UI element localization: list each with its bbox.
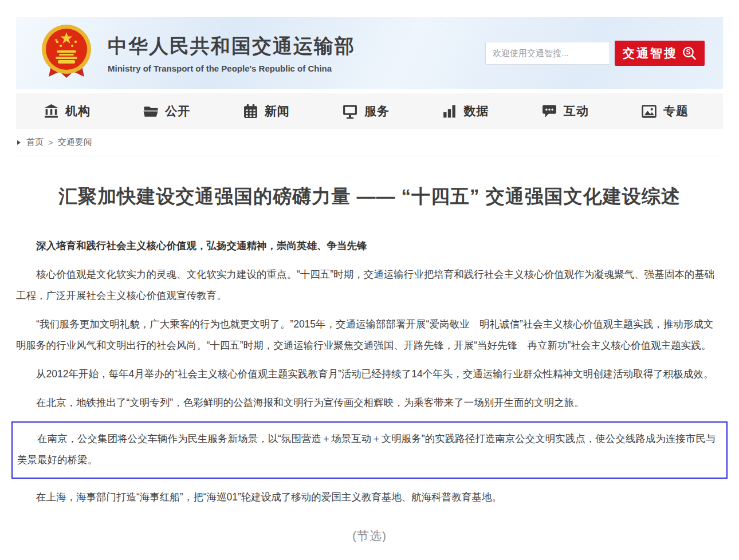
nav-label: 专题 [663,103,689,119]
breadcrumb: 首页 > 交通要闻 [16,129,723,156]
excerpt-note: (节选) [16,525,723,546]
nav-item-interaction[interactable]: 互动 [541,103,589,119]
folder-icon [143,104,159,119]
breadcrumb-arrow-icon [17,140,21,145]
national-emblem-logo [40,24,93,82]
search-input[interactable] [485,42,610,65]
site-title-english: Ministry of Transport of the People's Re… [108,64,355,73]
search-icon: S [682,46,697,61]
article-paragraph-highlighted: 在南京，公交集团将公交车辆作为民生服务新场景，以“氛围营造＋场景互动＋文明服务”… [17,428,722,471]
site-titles: 中华人民共和国交通运输部 Ministry of Transport of th… [108,33,355,73]
search-area: 交通智搜 S [485,41,705,66]
highlighted-paragraph-box: 在南京，公交集团将公交车辆作为民生服务新场景，以“氛围营造＋场景互动＋文明服务”… [11,421,728,479]
article-paragraph: 在上海，海事部门打造“海事红船”，把“海巡01”轮建设成了移动的爱国主义教育基地… [16,487,723,508]
article-title: 汇聚加快建设交通强国的磅礴力量 —— “十四五” 交通强国文化建设综述 [16,184,723,209]
nav-item-disclosure[interactable]: 公开 [143,103,190,119]
bar-chart-icon [442,104,457,119]
site-title-chinese: 中华人民共和国交通运输部 [108,33,355,60]
nav-label: 新闻 [265,103,290,119]
svg-text:S: S [686,48,690,56]
breadcrumb-separator: > [48,137,53,147]
nav-item-services[interactable]: 服务 [342,103,390,119]
breadcrumb-home-link[interactable]: 首页 [26,137,44,148]
bank-icon [44,104,59,119]
nav-label: 机构 [65,103,91,119]
nav-item-orgs[interactable]: 机构 [44,103,91,119]
page: 中华人民共和国交通运输部 Ministry of Transport of th… [0,17,739,546]
article-body: 深入培育和践行社会主义核心价值观，弘扬交通精神，崇尚英雄、争当先锋 核心价值观是… [16,235,723,546]
nav-label: 互动 [564,103,589,119]
article-paragraph: 核心价值观是文化软实力的灵魂、文化软实力建设的重点。“十四五”时期，交通运输行业… [16,264,723,306]
site-header: 中华人民共和国交通运输部 Ministry of Transport of th… [16,17,723,89]
main-navigation: 机构 公开 [16,93,723,129]
nav-label: 服务 [364,103,390,119]
article-lead-paragraph: 深入培育和践行社会主义核心价值观，弘扬交通精神，崇尚英雄、争当先锋 [16,235,723,257]
article: 汇聚加快建设交通强国的磅礴力量 —— “十四五” 交通强国文化建设综述 深入培育… [16,156,723,546]
nav-label: 公开 [165,103,190,119]
nav-item-topics[interactable]: 专题 [641,103,689,119]
monitor-icon [342,104,358,119]
calendar-icon [243,104,258,119]
smart-search-button[interactable]: 交通智搜 S [615,41,705,66]
nav-item-data[interactable]: 数据 [442,103,489,119]
article-paragraph: 在北京，地铁推出了“文明专列”，色彩鲜明的公益海报和文明行为宣传画交相辉映，为乘… [16,392,723,413]
article-paragraph: “我们服务更加文明礼貌，广大乘客的行为也就更文明了。”2015年，交通运输部部署… [16,314,723,356]
picture-icon [641,104,657,119]
search-button-label: 交通智搜 [623,45,678,61]
breadcrumb-current: 交通要闻 [58,137,92,148]
article-paragraph: 从2012年开始，每年4月举办的“社会主义核心价值观主题实践教育月”活动已经持续… [16,364,723,385]
nav-label: 数据 [463,103,489,119]
nav-item-news[interactable]: 新闻 [243,103,290,119]
speech-bubble-icon [541,104,557,119]
